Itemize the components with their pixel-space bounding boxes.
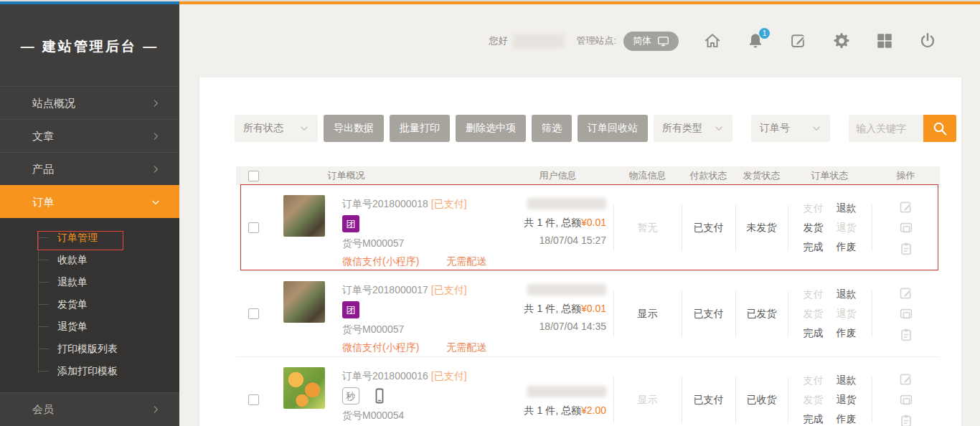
customer-name-redacted	[527, 284, 606, 295]
complete-action[interactable]: 完成	[804, 413, 824, 426]
apps-grid-icon[interactable]	[875, 32, 894, 50]
orders-toolbar: 所有状态 导出数据 批量打印 删除选中项 筛选 订单回收站 所有类型 订单号	[235, 115, 961, 142]
ship-action[interactable]: 发货	[804, 222, 824, 235]
keyword-search-input[interactable]	[849, 115, 923, 142]
void-action[interactable]: 作废	[837, 413, 857, 426]
return-action[interactable]: 退货	[837, 394, 857, 407]
status-filter-dropdown[interactable]: 所有状态	[235, 115, 318, 142]
col-header-payment-status: 付款状态	[682, 169, 735, 182]
item-number: 货号M000057	[342, 321, 486, 339]
order-recycle-bin-button[interactable]: 订单回收站	[578, 115, 648, 142]
logistics-info: 显示	[638, 394, 658, 407]
refund-action[interactable]: 退款	[837, 374, 857, 387]
orders-table: 订单概况 用户信息 物流信息 付款状态 发货状态 订单状态 操作 订单号2018…	[236, 166, 940, 426]
notification-count-badge: 1	[759, 28, 770, 39]
pay-action: 支付	[804, 202, 824, 215]
power-logout-icon[interactable]	[918, 32, 937, 50]
sidebar-item-members[interactable]: 会员	[0, 392, 179, 425]
chevron-down-icon	[299, 123, 309, 133]
logistics-info[interactable]: 显示	[638, 308, 658, 321]
col-header-shipping-status: 发货状态	[735, 169, 788, 182]
refund-action[interactable]: 退款	[837, 202, 857, 215]
top-header: 您好 管理站点: 简体 1	[179, 4, 980, 77]
item-number: 货号M000057	[342, 235, 486, 252]
print-order-icon[interactable]	[898, 220, 914, 236]
void-action[interactable]: 作废	[837, 327, 857, 340]
search-button[interactable]	[923, 115, 956, 142]
chevron-right-icon	[151, 98, 161, 108]
delete-selected-button[interactable]: 删除选中项	[456, 115, 526, 142]
refund-action[interactable]: 退款	[837, 288, 857, 301]
copy-order-icon[interactable]	[898, 327, 914, 343]
submenu-item-print-template-list[interactable]: 打印模版列表	[0, 338, 179, 360]
edit-order-icon[interactable]	[898, 371, 914, 387]
row-checkbox[interactable]	[248, 222, 259, 233]
order-number: 订单号2018000016	[342, 370, 428, 382]
col-header-logistics: 物流信息	[613, 169, 682, 182]
chevron-right-icon	[151, 131, 161, 141]
order-number: 订单号2018000018	[342, 198, 428, 209]
manage-site-label: 管理站点:	[576, 34, 616, 47]
row-checkbox[interactable]	[248, 308, 259, 319]
copy-order-icon[interactable]	[898, 241, 914, 257]
sidebar-item-site-overview[interactable]: 站点概况	[0, 86, 179, 119]
keyword-search	[849, 115, 956, 142]
submenu-item-refund-orders[interactable]: 退款单	[0, 271, 179, 293]
export-data-button[interactable]: 导出数据	[324, 115, 384, 142]
select-all-checkbox[interactable]	[248, 171, 259, 181]
order-amount: ¥2.00	[581, 404, 606, 416]
home-icon[interactable]	[703, 32, 722, 50]
paid-tag: [已支付]	[431, 370, 467, 382]
language-switch-button[interactable]: 简体	[623, 32, 679, 51]
orders-panel: 所有状态 导出数据 批量打印 删除选中项 筛选 订单回收站 所有类型 订单号	[199, 77, 961, 426]
sidebar: — 建站管理后台 — 站点概况 文章 产品 订单 订单管理	[0, 4, 179, 426]
submenu-item-return-orders[interactable]: 退货单	[0, 316, 179, 338]
payment-status: 已支付	[694, 308, 724, 321]
complete-action[interactable]: 完成	[804, 327, 824, 340]
complete-action[interactable]: 完成	[804, 241, 824, 254]
col-header-order-status: 订单状态	[788, 169, 872, 182]
greeting-text: 您好	[489, 34, 507, 47]
payment-method: 微信支付(小程序)	[342, 255, 419, 267]
copy-order-icon[interactable]	[898, 413, 914, 426]
delivery-note: 无需配送	[446, 341, 486, 353]
sidebar-item-articles[interactable]: 文章	[0, 119, 179, 152]
app-title: — 建站管理后台 —	[0, 36, 179, 57]
monitor-icon	[657, 35, 669, 47]
submenu-item-order-management[interactable]: 订单管理	[0, 227, 179, 249]
return-action: 退货	[837, 222, 857, 235]
edit-order-icon[interactable]	[898, 199, 914, 215]
shipping-status: 未发货	[747, 222, 777, 235]
order-status-actions: 支付 退款 发货 退货 完成 作废	[804, 288, 857, 340]
chevron-right-icon	[151, 164, 161, 174]
return-action: 退货	[837, 308, 857, 321]
filter-button[interactable]: 筛选	[532, 115, 572, 142]
batch-print-button[interactable]: 批量打印	[390, 115, 450, 142]
payment-method: 微信支付(小程序)	[342, 341, 419, 353]
sidebar-item-products[interactable]: 产品	[0, 152, 179, 185]
chevron-down-icon	[811, 123, 821, 133]
edit-order-icon[interactable]	[898, 285, 914, 301]
submenu-item-shipping-orders[interactable]: 发货单	[0, 293, 179, 316]
customer-name-redacted	[527, 198, 606, 209]
col-header-order-overview: 订单概况	[270, 169, 502, 182]
search-field-dropdown[interactable]: 订单号	[751, 115, 830, 142]
orders-submenu: 订单管理 收款单 退款单 发货单 退货单 打印模版列表 添加打印模板	[0, 218, 179, 392]
print-order-icon[interactable]	[898, 306, 914, 322]
notifications-bell-icon[interactable]: 1	[746, 32, 765, 50]
print-order-icon[interactable]	[898, 392, 914, 408]
submenu-item-add-print-template[interactable]: 添加打印模板	[0, 360, 179, 382]
sidebar-item-orders[interactable]: 订单	[0, 185, 179, 218]
order-time: 18/07/04 15:27	[540, 232, 606, 250]
compose-edit-icon[interactable]	[789, 32, 808, 50]
order-summary: 共 1 件, 总额	[524, 217, 581, 228]
type-filter-dropdown[interactable]: 所有类型	[654, 115, 732, 142]
submenu-item-receipts[interactable]: 收款单	[0, 249, 179, 271]
search-icon	[931, 120, 948, 137]
settings-gear-icon[interactable]	[832, 32, 851, 50]
row-checkbox[interactable]	[248, 394, 259, 405]
main-content: 您好 管理站点: 简体 1	[179, 4, 980, 426]
void-action[interactable]: 作废	[837, 241, 857, 254]
product-image	[283, 195, 325, 237]
paid-tag: [已支付]	[431, 198, 467, 209]
